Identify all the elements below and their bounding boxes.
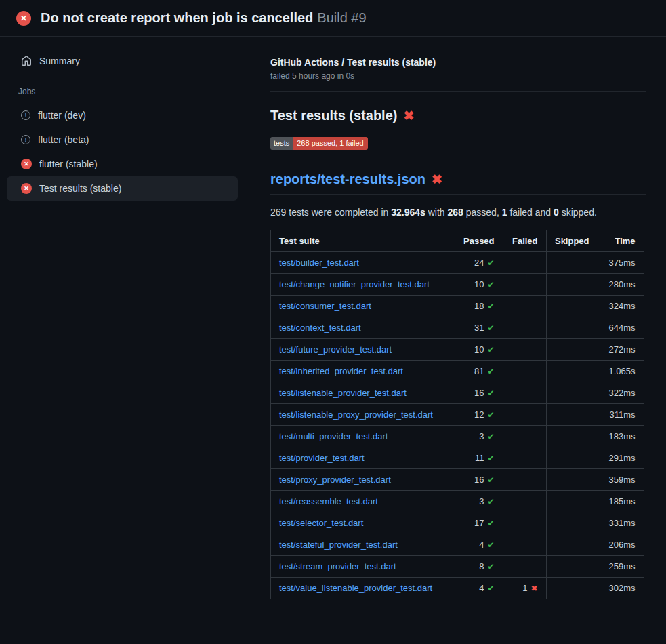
failed-cell bbox=[503, 252, 546, 274]
passed-cell: 4✔ bbox=[455, 578, 503, 599]
time-cell: 280ms bbox=[598, 274, 644, 296]
table-row: test/reassemble_test.dart3✔185ms bbox=[271, 491, 644, 512]
skipped-cell bbox=[546, 296, 598, 317]
failed-cell bbox=[503, 317, 546, 339]
sidebar-item-label: flutter (beta) bbox=[38, 134, 89, 145]
sidebar-item-test-results-stable[interactable]: ✕Test results (stable) bbox=[7, 176, 238, 201]
count-value: 17 bbox=[474, 518, 484, 528]
report-title: reports/test-results.json ✖ bbox=[270, 172, 646, 195]
check-icon: ✔ bbox=[487, 367, 494, 376]
results-table: Test suitePassedFailedSkippedTime test/b… bbox=[270, 230, 644, 599]
passed-cell: 10✔ bbox=[455, 339, 503, 361]
status-line: failed 5 hours ago in 0s bbox=[270, 71, 646, 81]
check-icon: ✔ bbox=[487, 258, 494, 268]
count-value: 12 bbox=[474, 409, 484, 420]
sidebar-item-flutter-beta[interactable]: !flutter (beta) bbox=[7, 127, 238, 152]
suite-link[interactable]: test/consumer_test.dart bbox=[279, 301, 371, 311]
sidebar-item-flutter-dev[interactable]: !flutter (dev) bbox=[7, 103, 238, 127]
x-circle-icon: ✕ bbox=[21, 159, 32, 169]
page-header: ✕ Do not create report when job is cance… bbox=[0, 0, 666, 37]
skipped-cell bbox=[546, 339, 598, 361]
table-row: test/context_test.dart31✔644ms bbox=[271, 317, 644, 339]
suite-link[interactable]: test/listenable_provider_test.dart bbox=[279, 388, 407, 398]
neutral-status-icon: ! bbox=[21, 110, 30, 120]
check-icon: ✔ bbox=[487, 280, 494, 289]
suite-link[interactable]: test/listenable_proxy_provider_test.dart bbox=[279, 409, 433, 420]
suite-link[interactable]: test/reassemble_test.dart bbox=[279, 496, 378, 506]
table-row: test/multi_provider_test.dart3✔183ms bbox=[271, 426, 644, 447]
suite-link[interactable]: test/builder_test.dart bbox=[279, 258, 359, 268]
check-icon: ✔ bbox=[487, 432, 494, 441]
table-row: test/stateful_provider_test.dart4✔206ms bbox=[271, 534, 644, 556]
build-number: Build #9 bbox=[317, 10, 366, 25]
time-cell: 272ms bbox=[598, 339, 644, 361]
time-cell: 331ms bbox=[598, 512, 644, 534]
time-cell: 206ms bbox=[598, 534, 644, 556]
summary-segment: 32.964s bbox=[391, 207, 425, 218]
failed-cell bbox=[503, 296, 546, 317]
report-link[interactable]: reports/test-results.json bbox=[270, 172, 425, 187]
suite-cell: test/provider_test.dart bbox=[271, 447, 455, 469]
summary-segment: 268 bbox=[448, 207, 463, 218]
count-value: 24 bbox=[474, 258, 484, 268]
failed-cell bbox=[503, 447, 546, 469]
suite-cell: test/proxy_provider_test.dart bbox=[271, 469, 455, 491]
count-value: 10 bbox=[474, 344, 484, 355]
section-title: Test results (stable) ✖ bbox=[270, 108, 646, 123]
section-title-text: Test results (stable) bbox=[270, 108, 397, 123]
table-row: test/proxy_provider_test.dart16✔359ms bbox=[271, 469, 644, 491]
badge-value: 268 passed, 1 failed bbox=[293, 137, 367, 150]
sidebar-item-label: Test results (stable) bbox=[39, 183, 121, 194]
count-value: 81 bbox=[474, 366, 484, 376]
suite-link[interactable]: test/inherited_provider_test.dart bbox=[279, 366, 403, 376]
col-header-time: Time bbox=[598, 230, 644, 252]
table-row: test/value_listenable_provider_test.dart… bbox=[271, 578, 644, 599]
suite-link[interactable]: test/multi_provider_test.dart bbox=[279, 431, 388, 441]
sidebar-item-flutter-stable[interactable]: ✕flutter (stable) bbox=[7, 152, 238, 176]
passed-cell: 3✔ bbox=[455, 426, 503, 447]
suite-link[interactable]: test/value_listenable_provider_test.dart bbox=[279, 583, 432, 593]
suite-link[interactable]: test/proxy_provider_test.dart bbox=[279, 475, 391, 485]
suite-link[interactable]: test/stateful_provider_test.dart bbox=[279, 540, 398, 550]
suite-link[interactable]: test/provider_test.dart bbox=[279, 453, 365, 463]
passed-cell: 31✔ bbox=[455, 317, 503, 339]
skipped-cell bbox=[546, 512, 598, 534]
table-row: test/change_notifier_provider_test.dart1… bbox=[271, 274, 644, 296]
count-value: 10 bbox=[474, 279, 484, 289]
suite-link[interactable]: test/selector_test.dart bbox=[279, 518, 363, 528]
check-icon: ✔ bbox=[487, 519, 494, 528]
suite-cell: test/change_notifier_provider_test.dart bbox=[271, 274, 455, 296]
check-icon: ✔ bbox=[487, 388, 494, 398]
sidebar-item-summary[interactable]: Summary bbox=[7, 49, 238, 73]
col-header-failed: Failed bbox=[503, 230, 546, 252]
failed-cell bbox=[503, 382, 546, 404]
suite-link[interactable]: test/future_provider_test.dart bbox=[279, 344, 392, 355]
summary-segment: with bbox=[425, 207, 448, 218]
divider bbox=[270, 91, 646, 92]
time-cell: 302ms bbox=[598, 578, 644, 599]
results-table-body: test/builder_test.dart24✔375mstest/chang… bbox=[271, 252, 644, 599]
summary-segment: 269 tests were completed in bbox=[270, 207, 391, 218]
check-icon: ✔ bbox=[487, 454, 494, 463]
skipped-cell bbox=[546, 404, 598, 426]
failed-cell bbox=[503, 534, 546, 556]
failed-cell bbox=[503, 274, 546, 296]
suite-link[interactable]: test/change_notifier_provider_test.dart bbox=[279, 279, 430, 289]
time-cell: 359ms bbox=[598, 469, 644, 491]
time-cell: 311ms bbox=[598, 404, 644, 426]
passed-cell: 4✔ bbox=[455, 534, 503, 556]
suite-link[interactable]: test/context_test.dart bbox=[279, 323, 361, 333]
check-icon: ✔ bbox=[487, 562, 494, 571]
failed-cell bbox=[503, 469, 546, 491]
suite-link[interactable]: test/stream_provider_test.dart bbox=[279, 561, 396, 571]
table-row: test/consumer_test.dart18✔324ms bbox=[271, 296, 644, 317]
suite-cell: test/stateful_provider_test.dart bbox=[271, 534, 455, 556]
time-cell: 324ms bbox=[598, 296, 644, 317]
passed-cell: 16✔ bbox=[455, 382, 503, 404]
skipped-cell bbox=[546, 578, 598, 599]
check-icon: ✔ bbox=[487, 302, 494, 311]
x-icon: ✖ bbox=[403, 109, 414, 122]
main-content: GitHub Actions / Test results (stable) f… bbox=[254, 37, 666, 613]
skipped-cell bbox=[546, 317, 598, 339]
table-row: test/builder_test.dart24✔375ms bbox=[271, 252, 644, 274]
